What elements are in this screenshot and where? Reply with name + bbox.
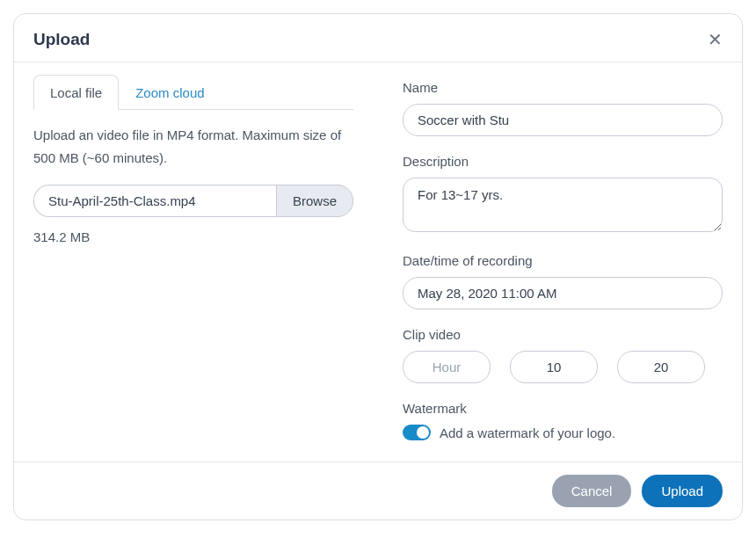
clip-label: Clip video xyxy=(403,327,723,342)
datetime-input[interactable] xyxy=(403,277,723,309)
watermark-toggle-row: Add a watermark of your logo. xyxy=(403,425,723,440)
watermark-toggle[interactable] xyxy=(403,425,431,440)
clip-inputs-row xyxy=(403,351,723,383)
clip-minute-input[interactable] xyxy=(510,351,598,383)
toggle-knob xyxy=(417,426,429,439)
modal-title: Upload xyxy=(33,30,90,49)
clip-hour-input[interactable] xyxy=(403,351,491,383)
file-name-input[interactable] xyxy=(33,185,276,217)
description-textarea[interactable]: For 13~17 yrs. xyxy=(403,178,723,232)
datetime-label: Date/time of recording xyxy=(403,253,723,268)
upload-help-text: Upload an video file in MP4 format. Maxi… xyxy=(33,124,353,169)
modal-footer: Cancel Upload xyxy=(14,461,742,520)
file-picker-row: Browse xyxy=(33,185,353,217)
tab-zoom-cloud[interactable]: Zoom cloud xyxy=(119,75,221,110)
name-label: Name xyxy=(403,80,723,95)
modal-body: Local file Zoom cloud Upload an video fi… xyxy=(14,62,742,461)
watermark-label: Watermark xyxy=(403,401,723,416)
description-label: Description xyxy=(403,154,723,169)
clip-second-input[interactable] xyxy=(617,351,705,383)
upload-button[interactable]: Upload xyxy=(642,475,723,507)
cancel-button[interactable]: Cancel xyxy=(552,475,632,507)
clip-field-group: Clip video xyxy=(403,327,723,383)
description-field-group: Description For 13~17 yrs. xyxy=(403,154,723,236)
close-icon[interactable]: ✕ xyxy=(708,31,723,48)
watermark-field-group: Watermark Add a watermark of your logo. xyxy=(403,401,723,440)
source-tabs: Local file Zoom cloud xyxy=(33,75,353,110)
modal-header: Upload ✕ xyxy=(14,14,742,62)
browse-button[interactable]: Browse xyxy=(276,185,353,217)
right-column: Name Description For 13~17 yrs. Date/tim… xyxy=(378,62,723,461)
tab-zoom-label: Zoom cloud xyxy=(135,85,204,100)
name-input[interactable] xyxy=(403,104,723,136)
datetime-field-group: Date/time of recording xyxy=(403,253,723,309)
watermark-toggle-label: Add a watermark of your logo. xyxy=(440,425,615,440)
file-size-text: 314.2 MB xyxy=(33,229,353,244)
tab-local-label: Local file xyxy=(50,85,102,100)
name-field-group: Name xyxy=(403,80,723,136)
tab-local-file[interactable]: Local file xyxy=(33,75,119,110)
left-column: Local file Zoom cloud Upload an video fi… xyxy=(33,62,378,461)
upload-modal: Upload ✕ Local file Zoom cloud Upload an… xyxy=(13,13,743,520)
